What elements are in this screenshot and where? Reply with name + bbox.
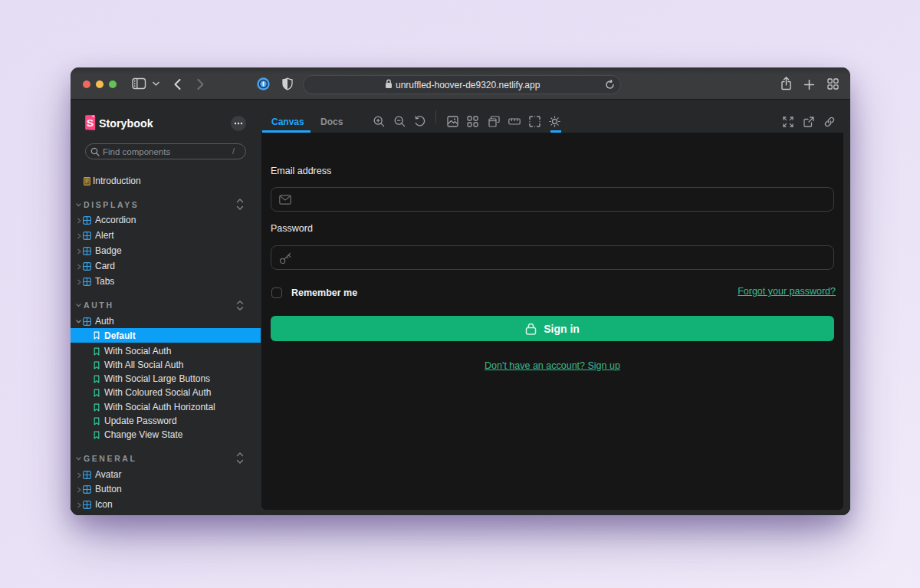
svg-text:S: S (87, 117, 94, 129)
